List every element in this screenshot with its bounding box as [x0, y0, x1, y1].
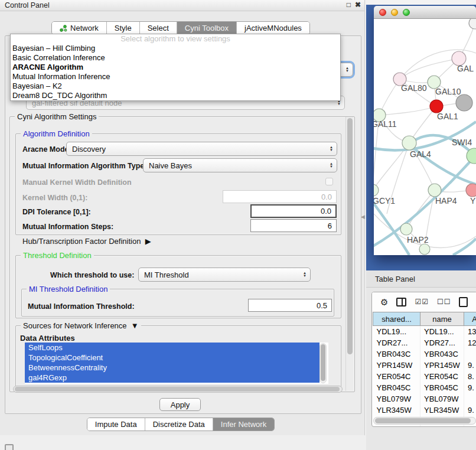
graph-node-label: GAL — [457, 64, 474, 73]
control-panel: Control Panel □ ✖ Network Sty — [0, 0, 365, 435]
gear-icon[interactable]: ⚙ — [380, 298, 388, 306]
tab-infer-network[interactable]: Infer Network — [213, 418, 274, 431]
network-window-titlebar[interactable] — [374, 6, 476, 19]
network-window[interactable]: GALGAL80GAL10GAL1GAL11GAL4SWI4GCY1HAP4YH… — [374, 6, 476, 255]
column-header-shared[interactable]: shared... — [373, 312, 420, 326]
mi-threshold-value: 0.5 — [317, 301, 327, 310]
graph-node-hap2[interactable] — [400, 223, 412, 235]
table-body: YDL19...YDL19...13YDR27...YDR27...12YBR0… — [373, 326, 476, 427]
table-row[interactable]: YER054CYER054C8. — [373, 371, 476, 382]
dropdown-item-selected[interactable]: ARACNE Algorithm — [11, 63, 340, 72]
tab-impute-data[interactable]: Impute Data — [87, 418, 145, 431]
table-row[interactable]: YDR27...YDR27...12 — [373, 337, 476, 348]
tab-select[interactable]: Select — [140, 22, 177, 34]
dropdown-item[interactable]: Basic Correlation Inference — [11, 53, 340, 63]
app-root: Control Panel □ ✖ Network Sty — [0, 0, 476, 450]
settings-vertical-scrollbar[interactable] — [345, 117, 353, 391]
data-attributes-list: SelfLoops TopologicalCoefficient Between… — [25, 343, 328, 384]
table-toolbar: ⚙ ☑☑ ☐☐ — [372, 292, 476, 311]
network-canvas[interactable]: GALGAL80GAL10GAL1GAL11GAL4SWI4GCY1HAP4YH… — [374, 19, 476, 255]
minimize-window-icon[interactable] — [391, 9, 398, 16]
tab-cyni-toolbox[interactable]: Cyni Toolbox — [177, 22, 237, 34]
which-threshold-label: Which threshold to use: — [50, 271, 134, 279]
apply-button[interactable]: Apply — [159, 398, 201, 411]
graph-node[interactable] — [419, 244, 430, 255]
mi-type-combobox[interactable]: Naive Bayes ▲▼ — [143, 158, 337, 172]
dpi-tolerance-label: DPI Tolerance [0,1]: — [22, 208, 91, 216]
tab-discretize-data[interactable]: Discretize Data — [145, 418, 213, 431]
dpi-tolerance-value: 0.0 — [321, 207, 331, 216]
table-row[interactable]: YPR145WYPR145W9. — [373, 360, 476, 371]
dropdown-item[interactable]: Mutual Information Inference — [11, 72, 340, 81]
graph-node-y[interactable] — [466, 184, 476, 197]
mi-threshold-label: Mutual Information Threshold: — [28, 302, 135, 311]
column-header-partial[interactable]: A — [464, 312, 476, 326]
dpi-tolerance-field[interactable]: 0.0 — [250, 204, 337, 218]
aracne-mode-combobox[interactable]: Discovery ▲▼ — [66, 142, 337, 156]
table-cell: YPR145W — [373, 360, 420, 371]
manual-kernel-label: Manual Kernel Width Definition — [22, 178, 132, 187]
table-row[interactable]: YBL079WYBL079W — [373, 393, 476, 405]
bottom-tabbar: Impute Data Discretize Data Infer Networ… — [0, 418, 361, 431]
table-cell: YBR045C — [373, 382, 420, 393]
table-row[interactable]: YLR345WYLR345W9. — [373, 405, 476, 416]
attribute-item-selected[interactable]: gal4RGexp — [25, 373, 319, 383]
graph-node[interactable] — [469, 19, 476, 29]
graph-node[interactable] — [456, 94, 472, 111]
dropdown-item[interactable]: Bayesian – Hill Climbing — [11, 44, 340, 53]
table-cell: YER054C — [373, 371, 420, 382]
tab-jactivemnodules[interactable]: jActiveMNodules — [237, 22, 309, 34]
attribute-item-selected[interactable]: SelfLoops — [25, 343, 319, 353]
mi-threshold-field[interactable]: 0.5 — [248, 299, 332, 312]
table-cell: YBL079W — [373, 393, 420, 405]
graph-node-label: Y — [470, 196, 476, 206]
combo-arrows-icon: ▲▼ — [330, 162, 333, 168]
graph-node-hap4[interactable] — [428, 184, 441, 197]
dropdown-item[interactable]: Dream8 DC_TDC Algorithm — [11, 91, 340, 100]
float-icon[interactable]: □ — [347, 1, 351, 9]
tab-network[interactable]: Network — [52, 22, 107, 34]
graph-node-gal1[interactable] — [430, 100, 443, 113]
select-columns-icon[interactable]: ☑☑ — [415, 298, 429, 305]
mi-type-value: Naive Bayes — [149, 161, 192, 170]
tab-network-label: Network — [70, 24, 99, 32]
split-view-icon[interactable] — [396, 298, 406, 306]
deselect-columns-icon[interactable]: ☐☐ — [437, 298, 451, 305]
table-cell: 9. — [464, 360, 476, 371]
manual-kernel-checkbox[interactable] — [325, 178, 333, 185]
table-cell: YBR043C — [420, 348, 464, 360]
aracne-mode-value: Discovery — [72, 145, 106, 154]
zoom-window-icon[interactable] — [403, 9, 410, 16]
right-area: GALGAL80GAL10GAL1GAL11GAL4SWI4GCY1HAP4YH… — [366, 0, 476, 450]
attribute-item-selected[interactable]: TopologicalCoefficient — [25, 353, 319, 363]
control-panel-titlebar[interactable]: Control Panel □ ✖ — [0, 0, 364, 11]
table-cell: 12 — [464, 337, 476, 348]
table-horizontal-scrollbar[interactable] — [373, 417, 476, 425]
hub-definition-toggle[interactable]: Hub/Transcription Factor Definition ▶ — [22, 237, 151, 246]
which-threshold-value: MI Threshold — [144, 270, 189, 279]
new-table-icon[interactable] — [459, 297, 468, 307]
table-row[interactable]: YBR043CYBR043C — [373, 348, 476, 360]
settings-horizontal-scrollbar[interactable] — [13, 386, 343, 393]
graph-node-gcy1[interactable] — [374, 184, 379, 196]
kernel-width-value: 0.0 — [321, 193, 332, 201]
graph-node-gal4[interactable] — [402, 136, 416, 150]
attribute-list-scrollbar[interactable] — [319, 343, 327, 383]
mi-steps-field[interactable]: 6 — [250, 219, 337, 232]
table-row[interactable]: YBR045CYBR045C9. — [373, 382, 476, 393]
minimized-panel-icon[interactable] — [5, 444, 14, 450]
split-collapse-icon[interactable]: ◀ — [361, 214, 365, 220]
attribute-item-selected[interactable]: BetweennessCentrality — [25, 363, 319, 373]
dropdown-item[interactable]: Bayesian – K2 — [11, 81, 340, 91]
close-window-icon[interactable] — [379, 9, 386, 16]
kernel-width-label: Kernel Width (0,1): — [22, 194, 87, 202]
tab-style[interactable]: Style — [107, 22, 140, 34]
sources-group-title[interactable]: Sources for Network Inference ▼ — [21, 321, 141, 330]
which-threshold-combobox[interactable]: MI Threshold ▲▼ — [138, 268, 311, 282]
close-icon[interactable]: ✖ — [355, 1, 361, 9]
column-header-name[interactable]: name — [420, 312, 464, 326]
graph-node-label: GAL11 — [374, 119, 397, 129]
table-cell: 9. — [464, 382, 476, 393]
table-row[interactable]: YDL19...YDL19...13 — [373, 326, 476, 337]
kernel-width-field[interactable]: 0.0 — [223, 190, 337, 203]
